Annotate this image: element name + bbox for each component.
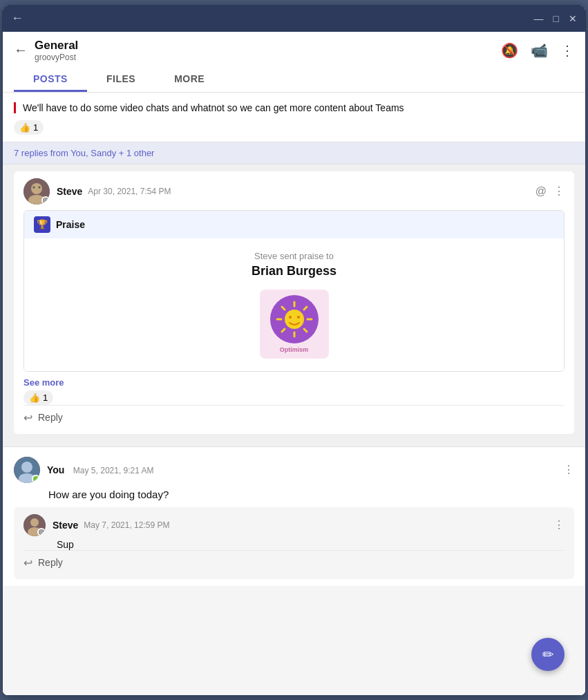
top-post: We'll have to do some video chats and wh…	[3, 93, 585, 142]
thread-reaction-count: 1	[43, 392, 48, 403]
you-status-dot	[32, 475, 40, 483]
see-more-link[interactable]: See more	[23, 377, 565, 388]
nested-reply-time: May 7, 2021, 12:59 PM	[84, 520, 169, 530]
svg-point-6	[285, 310, 304, 329]
channel-name: General	[35, 39, 501, 53]
steve-reply-avatar: ⊙	[23, 514, 46, 536]
nested-reply: ⊙ Steve May 7, 2021, 12:59 PM ⋮ Sup ↩ Re…	[14, 507, 574, 579]
top-post-reactions: 👍 1	[14, 120, 574, 135]
compose-icon: ✏	[542, 646, 554, 663]
praise-badge-circle	[270, 295, 319, 343]
thread-thumbs-icon: 👍	[29, 392, 40, 403]
standalone-post: You May 5, 2021, 9:21 AM ⋮ How are you d…	[3, 446, 585, 586]
praise-icon: 🏆	[34, 216, 50, 233]
mention-icon[interactable]: @	[535, 185, 547, 198]
minimize-button[interactable]: —	[534, 14, 544, 23]
svg-point-18	[21, 462, 32, 473]
nested-reply-bar[interactable]: ↩ Reply	[23, 550, 565, 572]
tab-files[interactable]: FILES	[87, 68, 155, 92]
thread-message-header: ⊙ Steve Apr 30, 2021, 7:54 PM @ ⋮	[23, 178, 565, 205]
praise-header: 🏆 Praise	[24, 211, 564, 238]
praise-sent-text: Steve sent praise to	[37, 251, 551, 261]
thread-message-card: ⊙ Steve Apr 30, 2021, 7:54 PM @ ⋮ 🏆 Prai…	[14, 171, 574, 434]
thread-reply-bar[interactable]: ↩ Reply	[23, 405, 565, 427]
praise-badge: Optimism	[260, 290, 329, 359]
replies-banner[interactable]: 7 replies from You, Sandy + 1 other	[3, 142, 585, 164]
header-actions: 🔕 📹 ⋮	[501, 42, 574, 59]
thumbs-up-icon: 👍	[19, 122, 30, 133]
avatar-status-camera: ⊙	[41, 196, 50, 205]
maximize-button[interactable]: □	[553, 14, 559, 23]
you-avatar	[14, 457, 40, 483]
thread-reaction-badge[interactable]: 👍 1	[23, 390, 53, 405]
steve-reply-camera: ⊙	[37, 528, 46, 536]
thread-msg-time: Apr 30, 2021, 7:54 PM	[88, 187, 171, 196]
steve-avatar: ⊙	[23, 178, 50, 205]
svg-point-3	[33, 186, 35, 188]
svg-point-1	[31, 183, 42, 194]
tabs-bar: POSTS FILES MORE	[14, 68, 574, 92]
praise-badge-label: Optimism	[280, 346, 309, 353]
steve-name: Steve	[57, 186, 82, 197]
standalone-time: May 5, 2021, 9:21 AM	[73, 466, 154, 475]
praise-label: Praise	[56, 219, 85, 230]
nested-reply-more-icon[interactable]: ⋮	[553, 518, 565, 531]
praise-recipient: Brian Burgess	[37, 264, 551, 278]
workspace-name: groovyPost	[35, 53, 501, 62]
thread-more-icon[interactable]: ⋮	[553, 185, 565, 198]
video-icon[interactable]: 📹	[531, 42, 548, 59]
you-name: You	[47, 464, 64, 475]
title-bar-back-button[interactable]: ←	[11, 11, 23, 26]
reply-arrow-icon: ↩	[23, 411, 32, 424]
main-content: We'll have to do some video chats and wh…	[3, 93, 585, 695]
top-post-text: We'll have to do some video chats and wh…	[14, 102, 574, 113]
reply-label: Reply	[38, 412, 63, 423]
title-bar-controls: — □ ✕	[534, 14, 577, 23]
svg-point-21	[30, 518, 39, 527]
tab-posts[interactable]: POSTS	[14, 68, 87, 92]
top-post-reaction-badge[interactable]: 👍 1	[14, 120, 44, 135]
praise-box: 🏆 Praise Steve sent praise to Brian Burg…	[23, 210, 565, 372]
channel-title-group: General groovyPost	[35, 39, 501, 62]
svg-point-4	[39, 186, 41, 188]
standalone-more-icon[interactable]: ⋮	[563, 463, 574, 476]
compose-fab[interactable]: ✏	[531, 638, 565, 671]
steve-reply-name: Steve	[53, 520, 78, 531]
svg-point-16	[297, 316, 300, 319]
more-options-icon[interactable]: ⋮	[560, 42, 574, 59]
thread-section: ⊙ Steve Apr 30, 2021, 7:54 PM @ ⋮ 🏆 Prai…	[3, 164, 585, 446]
standalone-post-header: You May 5, 2021, 9:21 AM ⋮	[14, 457, 574, 483]
thread-post-reactions: 👍 1	[23, 390, 565, 405]
nested-reply-arrow-icon: ↩	[23, 556, 32, 569]
reaction-count: 1	[33, 122, 38, 133]
svg-point-15	[289, 316, 292, 319]
thread-msg-actions: @ ⋮	[535, 185, 565, 198]
close-button[interactable]: ✕	[569, 14, 577, 23]
header-back-button[interactable]: ←	[14, 42, 28, 58]
nested-reply-text: Sup	[23, 539, 565, 550]
tab-more[interactable]: MORE	[155, 68, 224, 92]
praise-body: Steve sent praise to Brian Burgess	[24, 238, 564, 371]
nested-reply-label: Reply	[38, 557, 63, 568]
nested-reply-header: ⊙ Steve May 7, 2021, 12:59 PM ⋮	[23, 514, 565, 536]
bell-icon[interactable]: 🔕	[501, 42, 518, 59]
standalone-name-time: You May 5, 2021, 9:21 AM	[47, 464, 563, 476]
app-header: ← General groovyPost 🔕 📹 ⋮ POSTS FILES M…	[3, 32, 585, 93]
standalone-post-text: How are you doing today?	[14, 489, 574, 500]
title-bar: ← — □ ✕	[3, 6, 585, 32]
